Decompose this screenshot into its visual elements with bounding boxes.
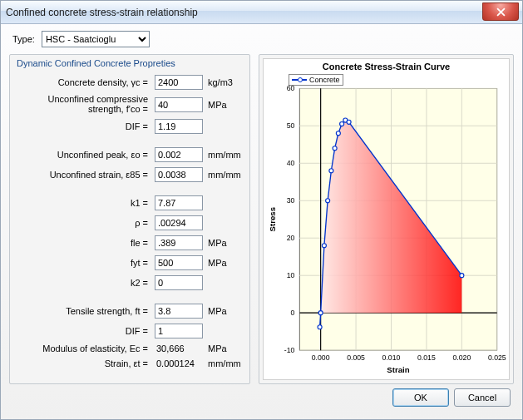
properties-form: Concrete density, γc = kg/m3 Unconfined … bbox=[17, 75, 243, 368]
dialog-body: Type: HSC - Saatcioglu Dynamic Confined … bbox=[1, 24, 522, 419]
chart-group: Concrete Stress-Strain Curve Concrete 0.… bbox=[259, 54, 514, 384]
dialog-footer: OK Cancel bbox=[9, 384, 514, 411]
label-e85: Unconfined strain, ε85 = bbox=[17, 170, 150, 180]
input-dif[interactable] bbox=[155, 119, 203, 134]
svg-text:40: 40 bbox=[287, 159, 295, 167]
svg-point-32 bbox=[318, 311, 323, 315]
properties-group: Dynamic Confined Concrete Propreties Con… bbox=[9, 54, 250, 384]
chart-legend: Concrete bbox=[289, 74, 343, 86]
input-ft[interactable] bbox=[155, 304, 203, 319]
label-yc: Concrete density, γc = bbox=[17, 77, 150, 87]
cancel-button[interactable]: Cancel bbox=[454, 388, 511, 407]
unit-fyt: MPa bbox=[208, 258, 243, 268]
input-p[interactable] bbox=[155, 215, 203, 230]
unit-ft: MPa bbox=[208, 306, 243, 316]
svg-text:Strain: Strain bbox=[387, 365, 409, 374]
input-eo[interactable] bbox=[155, 147, 203, 162]
type-label: Type: bbox=[12, 34, 35, 44]
chart-holder: Concrete Stress-Strain Curve Concrete 0.… bbox=[263, 58, 510, 380]
type-select[interactable]: HSC - Saatcioglu bbox=[42, 31, 150, 47]
svg-text:0.005: 0.005 bbox=[347, 353, 365, 362]
svg-text:30: 30 bbox=[287, 196, 295, 205]
svg-text:-10: -10 bbox=[284, 346, 295, 354]
label-k2: k2 = bbox=[17, 278, 150, 288]
label-p: ρ = bbox=[17, 218, 150, 228]
label-et: Strain, εt = bbox=[17, 358, 150, 368]
svg-point-34 bbox=[326, 199, 330, 203]
unit-yc: kg/m3 bbox=[208, 77, 243, 87]
close-button[interactable] bbox=[482, 2, 519, 21]
label-eo: Unconfined peak, εo = bbox=[17, 150, 150, 160]
value-ec: 30,666 bbox=[155, 343, 203, 353]
svg-point-41 bbox=[460, 274, 464, 278]
unit-e85: mm/mm bbox=[208, 170, 243, 180]
svg-text:0.000: 0.000 bbox=[312, 353, 330, 362]
label-k1: k1 = bbox=[17, 198, 150, 208]
legend-swatch-icon bbox=[292, 79, 307, 81]
svg-text:0: 0 bbox=[291, 309, 295, 317]
svg-point-37 bbox=[336, 131, 340, 136]
input-fco[interactable] bbox=[155, 97, 203, 112]
svg-text:50: 50 bbox=[287, 121, 295, 130]
value-et: 0.000124 bbox=[155, 358, 203, 368]
chart-plot: 0.0000.0050.0100.0150.0200.025-100102030… bbox=[264, 72, 509, 378]
svg-point-40 bbox=[347, 120, 351, 124]
type-row: Type: HSC - Saatcioglu bbox=[9, 31, 514, 47]
svg-text:Stress: Stress bbox=[268, 207, 277, 231]
label-ec: Modulus of elasticity, Ec = bbox=[17, 343, 150, 353]
svg-text:0.010: 0.010 bbox=[382, 353, 401, 362]
label-fle: fle = bbox=[17, 238, 150, 248]
input-fyt[interactable] bbox=[155, 255, 203, 270]
unit-et: mm/mm bbox=[208, 358, 243, 368]
input-k1[interactable] bbox=[155, 195, 203, 210]
label-dif: DIF = bbox=[17, 121, 150, 131]
window-title: Confined concrete stress-strain relation… bbox=[6, 7, 198, 18]
close-icon bbox=[496, 7, 506, 17]
input-k2[interactable] bbox=[155, 275, 203, 290]
ok-button[interactable]: OK bbox=[392, 388, 449, 407]
svg-text:0.020: 0.020 bbox=[452, 353, 471, 362]
unit-fco: MPa bbox=[208, 100, 243, 110]
svg-point-36 bbox=[333, 146, 337, 151]
input-e85[interactable] bbox=[155, 167, 203, 182]
svg-point-31 bbox=[318, 325, 322, 329]
unit-ec: MPa bbox=[208, 343, 243, 353]
svg-point-33 bbox=[322, 244, 326, 248]
input-fle[interactable] bbox=[155, 235, 203, 250]
label-fyt: fyt = bbox=[17, 258, 150, 268]
svg-point-35 bbox=[329, 169, 333, 173]
svg-text:20: 20 bbox=[287, 234, 295, 242]
svg-text:0.015: 0.015 bbox=[417, 353, 436, 362]
svg-text:0.025: 0.025 bbox=[488, 353, 506, 362]
input-yc[interactable] bbox=[155, 75, 203, 90]
unit-fle: MPa bbox=[208, 238, 243, 248]
chart-title: Concrete Stress-Strain Curve bbox=[264, 59, 509, 72]
unit-eo: mm/mm bbox=[208, 150, 243, 160]
svg-text:10: 10 bbox=[287, 271, 295, 279]
label-dif2: DIF = bbox=[17, 326, 150, 336]
group-title: Dynamic Confined Concrete Propreties bbox=[17, 58, 243, 68]
svg-point-38 bbox=[340, 122, 344, 126]
label-ft: Tensile strength, ft = bbox=[17, 306, 150, 316]
titlebar: Confined concrete stress-strain relation… bbox=[1, 1, 522, 24]
legend-label: Concrete bbox=[309, 76, 340, 84]
label-fco: Unconfined compressive strength, f'co = bbox=[17, 95, 150, 114]
input-dif2[interactable] bbox=[155, 324, 203, 338]
main-area: Dynamic Confined Concrete Propreties Con… bbox=[9, 54, 514, 384]
dialog-window: Confined concrete stress-strain relation… bbox=[0, 0, 523, 420]
